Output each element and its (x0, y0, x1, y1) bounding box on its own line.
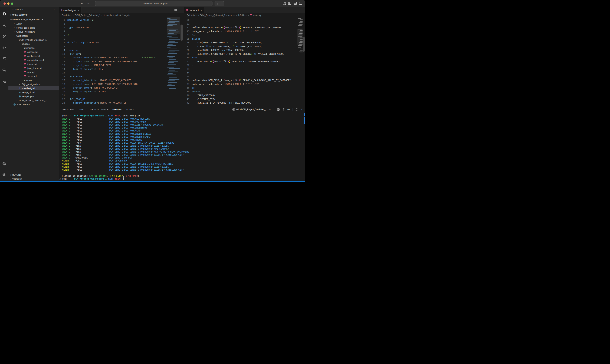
tree-item-access-sql[interactable]: access.sql (8, 50, 59, 54)
tree-item-readme-md[interactable]: README.md (8, 102, 59, 106)
activity-remote-explorer-icon[interactable] (0, 65, 8, 74)
tree-item-dcm-project-quickstart-2[interactable]: ›DCM_Project_Quickstart_2 (8, 98, 59, 102)
code-line-32[interactable]: 32; (184, 63, 297, 67)
code-line-20[interactable]: 20 templating_config: STAGE (59, 90, 167, 94)
chevron-down-icon[interactable]: ⌄ (273, 108, 275, 111)
activity-settings-gear-icon[interactable] (0, 170, 8, 179)
code-editor-serve[interactable]: 202122define view DCM_DEMO_1{{env_suffix… (184, 17, 297, 106)
more-actions-icon[interactable]: ⋯ (287, 108, 290, 111)
code-line-12[interactable]: 12 project_name: DCM_DEMO.PROJECTS.DCM_P… (59, 60, 167, 64)
activity-run-debug-icon[interactable] (0, 43, 8, 52)
panel-tab-terminal[interactable]: TERMINAL (112, 106, 123, 113)
tree-item-sources[interactable]: ›sources (8, 42, 59, 46)
breadcrumb-item[interactable]: Quickstarts (62, 14, 72, 16)
terminal-output[interactable]: (dev) → DCM_Project_Quickstart_1 git:(ma… (59, 113, 304, 181)
code-line-24[interactable]: 24as (184, 33, 297, 37)
panel-tab-ports[interactable]: PORTS (126, 106, 134, 113)
code-line-33[interactable]: 33 (184, 67, 297, 71)
timeline-section[interactable]: › TIMELINE (8, 177, 59, 181)
activity-account-icon[interactable] (0, 159, 8, 168)
code-line-35[interactable]: 35 (184, 75, 297, 78)
code-line-25[interactable]: 25select (184, 37, 297, 41)
new-terminal-icon[interactable]: + (269, 108, 271, 111)
tree-item-jinja-demo-sql[interactable]: jinja_demo.sql (8, 66, 59, 70)
breadcrumb-item[interactable]: { }targets (121, 14, 130, 16)
traffic-close-button[interactable] (3, 2, 6, 5)
activity-search-icon[interactable] (0, 21, 8, 29)
code-line-3[interactable]: 3type: DCM_PROJECT (59, 26, 167, 29)
panel-tab-output[interactable]: OUTPUT (78, 106, 87, 113)
tree-item-dcm-project-quickstart-1[interactable]: ›DCM_Project_Quickstart_1 (8, 38, 59, 42)
more-actions-icon[interactable]: ⋯ (301, 9, 303, 12)
customize-layout-icon[interactable] (282, 1, 287, 6)
code-line-6[interactable]: 6 (59, 37, 167, 41)
code-line-38[interactable]: 38as (184, 86, 297, 90)
breadcrumb-item[interactable]: definitions (237, 14, 247, 16)
code-line-28[interactable]: 28 sum(TOTAL_ORDERS) as TOTAL_ORDERS, (184, 48, 297, 52)
toggle-secondary-sidebar-icon[interactable] (299, 1, 303, 6)
split-editor-icon[interactable] (174, 9, 177, 12)
code-line-16[interactable]: 16 DCM_STAGE: (59, 75, 167, 78)
workspace-root-section[interactable]: › SNOWFLAKE_DCM_PROJECTS (8, 17, 59, 22)
toggle-panel-icon[interactable] (293, 1, 297, 6)
breadcrumb-item[interactable]: sources (228, 14, 235, 16)
code-line-40[interactable]: 40 ITEM_CATEGORY, (184, 93, 297, 97)
tree-item-cortex-code-skills[interactable]: ›cortex_code_skills (8, 26, 59, 30)
panel-tab-debug-console[interactable]: DEBUG CONSOLE (90, 106, 109, 113)
toggle-primary-sidebar-icon[interactable] (288, 1, 292, 6)
terminal-instance[interactable]: zsh - DCM_Project_Quickstart_1 (232, 108, 267, 111)
code-line-23[interactable]: 23 account_identifier: MYORG-MY_ACCOUNT_… (59, 101, 167, 105)
code-editor-manifest[interactable]: 1manifest_version: 223type: DCM_PROJECT4… (59, 17, 167, 106)
tree-item-ingest-sql[interactable]: ingest.sql (8, 62, 59, 66)
activity-extensions-icon[interactable] (0, 54, 8, 63)
tree-item-raw-sql[interactable]: raw.sql (8, 70, 59, 74)
tree-item-quickstarts[interactable]: ›Quickstarts (8, 34, 59, 38)
maximize-panel-icon[interactable] (296, 108, 299, 111)
code-line-17[interactable]: 17 account_identifier: MYORG-MY_STAGE_AC… (59, 78, 167, 82)
code-line-22[interactable]: 22 DCM_PROD_US: (59, 97, 167, 101)
code-line-9[interactable]: 9targets: (59, 48, 167, 52)
tree-item-analytics-sql[interactable]: analytics.sql (8, 54, 59, 58)
code-line-30[interactable]: 30from (184, 56, 297, 60)
tree-item-sql-post-scripts[interactable]: ›SQL_post_scripts (8, 82, 59, 86)
code-line-22[interactable]: 22define view DCM_DEMO_1{{env_suffix}}.S… (184, 26, 297, 29)
code-line-39[interactable]: 39select (184, 90, 297, 94)
code-line-27[interactable]: 27 count(distinct CUSTOMER_ID) as TOTAL_… (184, 45, 297, 48)
outline-section[interactable]: › OUTLINE (8, 173, 59, 177)
history-forward-button[interactable]: → (86, 1, 91, 5)
code-line-5[interactable]: 5#--------------------------------------… (59, 33, 167, 37)
breadcrumb-item[interactable]: Quickstarts (187, 14, 197, 16)
close-icon[interactable]: × (78, 9, 79, 12)
editor-scrollbar[interactable] (303, 17, 305, 106)
code-line-42[interactable]: 42 sum(LINE_ITEM_REVENUE) as TOTAL_REVEN… (184, 101, 297, 105)
tree-item-expectations-sql[interactable]: expectations.sql (8, 58, 59, 62)
tree-item-github-workflows[interactable]: ›GitHub_workflows (8, 30, 59, 34)
tree-item-setup-cli-md[interactable]: setup_cli.md (8, 90, 59, 94)
close-icon[interactable]: × (201, 9, 202, 12)
code-line-18[interactable]: 18 project_name: DCM_DEMO.PROJECTS.DCM_P… (59, 82, 167, 86)
code-line-4[interactable]: 4 (59, 29, 167, 33)
tree-item-macros[interactable]: ›macros (8, 78, 59, 82)
code-line-10[interactable]: 10 DCM_DEV: (59, 52, 167, 56)
code-line-26[interactable]: 26 sum(TOTAL_SPEND_USD) as TOTAL_LIFETIM… (184, 41, 297, 45)
minimap[interactable] (297, 17, 303, 106)
code-line-1[interactable]: 1manifest_version: 2 (59, 18, 167, 22)
kill-terminal-icon[interactable] (282, 108, 285, 111)
activity-hierarchy-icon[interactable] (0, 77, 8, 86)
close-panel-icon[interactable]: ✕ (301, 108, 303, 111)
code-line-41[interactable]: 41 CUSTOMER_CITY, (184, 97, 297, 101)
code-line-37[interactable]: 37data_metric_schedule = 'USING CRON 0 4… (184, 82, 297, 86)
code-line-29[interactable]: 29 sum(TOTAL_SPEND_USD) / sum(TOTAL_ORDE… (184, 52, 297, 56)
code-line-21[interactable]: 21 (59, 93, 167, 97)
more-actions-icon[interactable]: ⋯ (180, 9, 182, 12)
tab-serve-sql[interactable]: serve.sql × (184, 7, 204, 13)
traffic-zoom-button[interactable] (11, 2, 13, 5)
code-line-19[interactable]: 19 project_owner: DCM_STAGE_DEPLOYER (59, 86, 167, 90)
code-line-21[interactable]: 21 (184, 22, 297, 26)
code-line-34[interactable]: 34 (184, 71, 297, 75)
traffic-minimize-button[interactable] (7, 2, 10, 5)
breadcrumb-item[interactable]: serve.sql (250, 14, 261, 16)
history-back-button[interactable]: ← (80, 1, 84, 5)
code-line-2[interactable]: 2 (59, 22, 167, 26)
code-line-11[interactable]: 11 account_identifier: MYORG-MY_DEV_ACCO… (59, 56, 167, 60)
